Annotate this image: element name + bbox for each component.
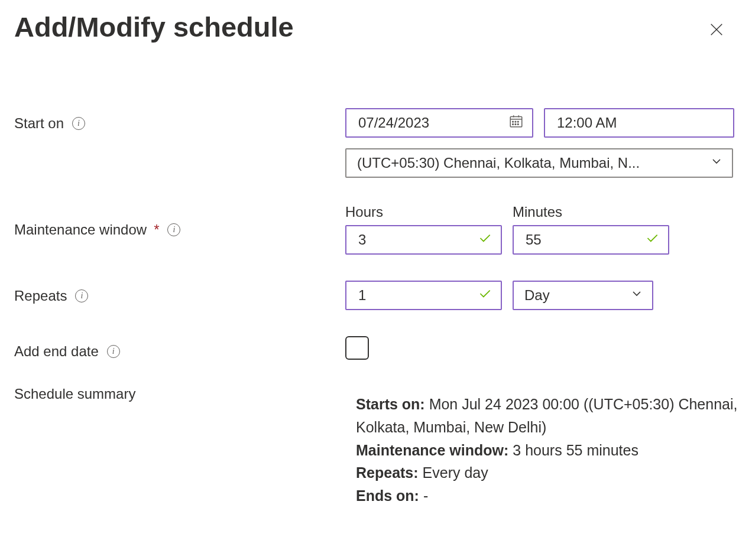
repeat-count-field[interactable] [357, 286, 472, 304]
svg-point-9 [517, 121, 518, 122]
check-icon [644, 230, 660, 249]
page-title: Add/Modify schedule [14, 12, 294, 43]
summary-starts-on-label: Starts on: [356, 396, 425, 412]
info-icon[interactable]: i [72, 117, 85, 130]
check-icon [477, 230, 492, 249]
hours-input[interactable] [345, 225, 502, 255]
calendar-icon[interactable] [508, 113, 524, 132]
info-icon[interactable]: i [75, 289, 88, 302]
maintenance-window-label: Maintenance window [14, 222, 147, 238]
summary-ends-on-label: Ends on: [356, 487, 419, 504]
svg-point-11 [515, 124, 516, 125]
repeat-unit-value: Day [524, 287, 625, 304]
schedule-summary-label: Schedule summary [14, 386, 135, 402]
start-date-input[interactable] [345, 108, 533, 138]
hours-label: Hours [345, 204, 502, 220]
add-end-date-checkbox[interactable] [345, 336, 369, 360]
summary-ends-on-value: - [423, 487, 428, 504]
start-date-field[interactable] [357, 114, 504, 132]
close-icon [708, 21, 725, 38]
close-button[interactable] [705, 18, 728, 43]
info-icon[interactable]: i [167, 223, 180, 236]
summary-repeats-value: Every day [423, 464, 488, 481]
schedule-summary: Starts on: Mon Jul 24 2023 00:00 ((UTC+0… [345, 386, 738, 507]
start-on-label: Start on [14, 115, 64, 132]
chevron-down-icon [709, 154, 724, 172]
svg-point-10 [513, 124, 514, 125]
check-icon [477, 286, 492, 305]
summary-maintenance-window-label: Maintenance window: [356, 442, 508, 458]
required-indicator: * [154, 222, 159, 238]
summary-repeats-label: Repeats: [356, 464, 419, 481]
info-icon[interactable]: i [107, 345, 120, 358]
repeats-label: Repeats [14, 288, 67, 304]
start-time-input[interactable] [544, 108, 734, 138]
summary-maintenance-window-value: 3 hours 55 minutes [513, 442, 638, 458]
svg-point-8 [515, 121, 516, 122]
repeat-unit-select[interactable]: Day [513, 281, 653, 310]
minutes-input[interactable] [513, 225, 669, 255]
svg-point-7 [513, 121, 514, 122]
hours-field[interactable] [357, 231, 472, 249]
add-end-date-label: Add end date [14, 343, 99, 360]
repeat-count-input[interactable] [345, 281, 502, 310]
chevron-down-icon [630, 286, 644, 304]
timezone-select[interactable]: (UTC+05:30) Chennai, Kolkata, Mumbai, N.… [345, 148, 733, 178]
timezone-value: (UTC+05:30) Chennai, Kolkata, Mumbai, N.… [357, 155, 705, 171]
start-time-field[interactable] [556, 114, 725, 132]
minutes-label: Minutes [513, 204, 669, 220]
minutes-field[interactable] [524, 231, 640, 249]
svg-point-12 [517, 124, 518, 125]
